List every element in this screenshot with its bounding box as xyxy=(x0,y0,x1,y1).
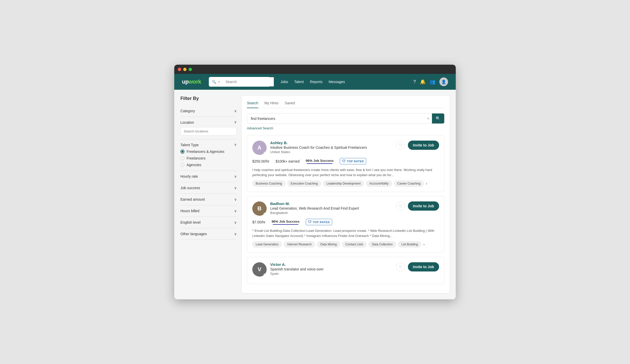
filter-talent-type-label: Talent Type xyxy=(180,143,199,147)
freelancer-search-container: × 🔍 xyxy=(247,113,444,124)
invite-to-job-button[interactable]: Invite to Job xyxy=(408,262,439,271)
radio-freelancers[interactable]: Freelancers xyxy=(180,156,237,160)
online-indicator xyxy=(264,274,266,276)
avatar[interactable]: 👤 xyxy=(439,77,448,86)
freelancer-card-badhon: B Badhon M. Lead Generation, Web Researc… xyxy=(247,196,444,253)
search-icon: 🔍 xyxy=(212,80,216,84)
filter-location-header[interactable]: Location ∧ xyxy=(180,120,237,124)
minimize-button[interactable] xyxy=(183,68,187,71)
tag-executive-coaching[interactable]: Executive Coaching xyxy=(287,180,321,187)
help-icon[interactable]: ? xyxy=(413,79,416,85)
online-indicator xyxy=(264,152,266,154)
freelancer-location: Spain xyxy=(270,272,393,276)
avatar: B xyxy=(252,201,267,216)
shield-icon: 🛡 xyxy=(308,220,312,224)
filter-other-languages: Other languages ∨ xyxy=(180,228,237,240)
skill-tags: Business Coaching Executive Coaching Lea… xyxy=(252,180,439,187)
radio-agencies[interactable]: Agencies xyxy=(180,163,237,167)
tag-leadership-development[interactable]: Leadership Development xyxy=(323,180,364,187)
filter-talent-type: Talent Type ∧ Freelancers & Agencies Fre… xyxy=(180,139,237,171)
filter-hourly-rate-label: Hourly rate xyxy=(180,174,198,178)
filter-other-languages-label: Other languages xyxy=(180,232,207,236)
filter-hours-billed-header[interactable]: Hours billed ∨ xyxy=(180,209,237,213)
tag-data-mining[interactable]: Data Mining xyxy=(317,241,340,247)
job-success-label: 96% Job Success xyxy=(306,159,334,163)
chevron-down-icon: ∨ xyxy=(234,186,237,190)
filter-other-languages-header[interactable]: Other languages ∨ xyxy=(180,232,237,236)
save-button[interactable]: ♡ xyxy=(396,141,405,150)
location-search-input[interactable] xyxy=(180,127,237,135)
filter-hourly-rate: Hourly rate ∨ xyxy=(180,171,237,182)
filter-english-level-label: English level xyxy=(180,220,201,224)
advanced-search-link[interactable]: Advanced Search xyxy=(247,126,273,130)
freelancer-name[interactable]: Victor A. xyxy=(270,262,393,267)
chevron-down-icon: ∨ xyxy=(234,174,237,178)
hourly-rate: $250.00/hr xyxy=(252,159,269,163)
card-header: A Ashley B. Intuitive Business Coach for… xyxy=(252,141,439,155)
tag-list-building[interactable]: List Building xyxy=(398,241,421,247)
top-rated-badge: 🛡 TOP RATED xyxy=(306,219,332,225)
filter-talent-type-header[interactable]: Talent Type ∧ xyxy=(180,143,237,147)
contacts-icon[interactable]: 👥 xyxy=(430,79,435,85)
search-clear-button[interactable]: × xyxy=(425,116,432,121)
tags-next-arrow[interactable]: › xyxy=(423,242,425,247)
titlebar xyxy=(174,65,456,74)
filter-title: Filter By xyxy=(180,96,237,101)
tag-career-coaching[interactable]: Career Coaching xyxy=(394,180,424,187)
tab-my-hires[interactable]: My Hires xyxy=(264,101,278,108)
freelancer-title: Lead Generation, Web Research And Email … xyxy=(270,206,393,210)
tag-data-collection[interactable]: Data Collection xyxy=(368,241,396,247)
tabs: Search My Hires Saved xyxy=(247,101,444,108)
card-header: B Badhon M. Lead Generation, Web Researc… xyxy=(252,201,439,216)
tag-contact-lists[interactable]: Contact Lists xyxy=(342,241,366,247)
tags-next-arrow[interactable]: › xyxy=(426,181,427,186)
earned: $100k+ earned xyxy=(276,159,300,163)
filter-english-level: English level ∨ xyxy=(180,217,237,228)
radio-freelancers-agencies[interactable]: Freelancers & Agencies xyxy=(180,150,237,154)
filter-category-header[interactable]: Category ∨ xyxy=(180,109,237,113)
filter-hours-billed-label: Hours billed xyxy=(180,209,199,213)
nav-messages[interactable]: Messages xyxy=(329,80,345,84)
close-button[interactable] xyxy=(178,68,181,71)
filter-earned-amount-header[interactable]: Earned amount ∨ xyxy=(180,197,237,201)
global-search-input[interactable] xyxy=(222,77,274,86)
freelancer-info: Victor A. Spanish translator and voice-o… xyxy=(270,262,393,276)
maximize-button[interactable] xyxy=(189,68,192,71)
tag-accountability[interactable]: AccountAbility xyxy=(366,180,392,187)
filter-english-level-header[interactable]: English level ∨ xyxy=(180,220,237,224)
search-go-button[interactable]: 🔍 xyxy=(432,113,444,123)
filter-job-success: Job success ∨ xyxy=(180,182,237,194)
save-button[interactable]: ♡ xyxy=(396,202,405,210)
talent-type-options: Freelancers & Agencies Freelancers Agenc… xyxy=(180,150,237,167)
notifications-icon[interactable]: 🔔 xyxy=(420,79,426,85)
tag-lead-generation[interactable]: Lead Generation xyxy=(252,241,282,247)
nav-jobs[interactable]: Jobs xyxy=(280,80,288,84)
sidebar: Filter By Category ∨ Location ∧ Talen xyxy=(180,96,237,293)
filter-job-success-header[interactable]: Job success ∨ xyxy=(180,186,237,190)
top-rated-badge: 🛡 TOP RATED xyxy=(340,158,366,164)
global-search-bar[interactable]: 🔍 ▼ xyxy=(209,77,270,87)
tab-search[interactable]: Search xyxy=(247,101,258,108)
freelancer-title: Spanish translator and voice-over xyxy=(270,267,393,271)
tag-internet-research[interactable]: Internet Research xyxy=(284,241,315,247)
save-button[interactable]: ♡ xyxy=(396,263,405,271)
dropdown-arrow-icon: ▼ xyxy=(218,81,220,83)
freelancer-name[interactable]: Badhon M. xyxy=(270,201,393,206)
freelancer-search-input[interactable] xyxy=(247,114,425,123)
chevron-down-icon: ∨ xyxy=(234,220,237,224)
nav-talent[interactable]: Talent xyxy=(294,80,304,84)
filter-hourly-rate-header[interactable]: Hourly rate ∨ xyxy=(180,174,237,178)
filter-location: Location ∧ xyxy=(180,117,237,139)
filter-category: Category ∨ xyxy=(180,105,237,117)
freelancer-name[interactable]: Ashley B. xyxy=(270,141,393,145)
invite-to-job-button[interactable]: Invite to Job xyxy=(408,141,439,150)
nav-reports[interactable]: Reports xyxy=(310,80,322,84)
avatar: A xyxy=(252,141,267,155)
tab-saved[interactable]: Saved xyxy=(285,101,295,108)
freelancer-location: United States xyxy=(270,150,393,154)
badge-label: TOP RATED xyxy=(347,160,364,163)
chevron-up-icon: ∧ xyxy=(234,120,237,124)
invite-to-job-button[interactable]: Invite to Job xyxy=(408,201,439,211)
card-stats: $7.00/hr 96% Job Success 🛡 TOP RATED xyxy=(252,219,439,225)
tag-business-coaching[interactable]: Business Coaching xyxy=(252,180,285,187)
